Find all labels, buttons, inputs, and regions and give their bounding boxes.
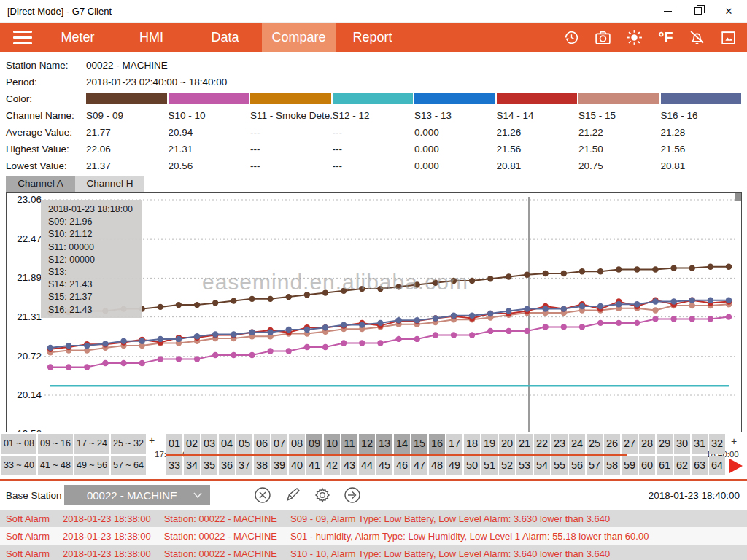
channel-group-01~08[interactable]: 01 ~ 08 <box>1 434 36 454</box>
channel-cell-41[interactable]: 41 <box>306 456 322 475</box>
channel-group-33~40[interactable]: 33 ~ 40 <box>1 456 36 475</box>
edit-icon[interactable] <box>282 485 303 505</box>
channel-cell-62[interactable]: 62 <box>674 456 690 475</box>
maximize-button[interactable] <box>693 6 703 16</box>
export-icon[interactable] <box>342 485 363 505</box>
channel-cell-06[interactable]: 06 <box>254 434 270 454</box>
base-station-select[interactable]: 00022 - MACHINE <box>64 485 210 505</box>
close-button[interactable]: ✕ <box>724 6 734 16</box>
channel-cell-42[interactable]: 42 <box>324 456 340 475</box>
channel-cell-18[interactable]: 18 <box>464 434 480 454</box>
channel-group-57~64[interactable]: 57 ~ 64 <box>111 456 146 475</box>
scrollbar-thumb[interactable] <box>735 192 741 201</box>
channel-cell-20[interactable]: 20 <box>499 434 515 454</box>
channel-cell-58[interactable]: 58 <box>604 456 620 475</box>
channel-cell-39[interactable]: 39 <box>271 456 287 475</box>
alarm-row[interactable]: Soft Alarm2018-01-23 18:38:00Station: 00… <box>0 527 747 545</box>
channel-cell-54[interactable]: 54 <box>534 456 550 475</box>
temperature-unit-toggle[interactable]: °F <box>656 28 676 47</box>
channel-group-17~24[interactable]: 17 ~ 24 <box>74 434 109 454</box>
channel-group-49~56[interactable]: 49 ~ 56 <box>74 456 109 475</box>
tab-channel-h[interactable]: Channel H <box>75 176 144 192</box>
channel-cell-14[interactable]: 14 <box>394 434 410 454</box>
channel-cell-17[interactable]: 17 <box>446 434 462 454</box>
nav-tab-data[interactable]: Data <box>188 23 262 52</box>
channel-cell-35[interactable]: 35 <box>201 456 217 475</box>
channel-group-41~48[interactable]: 41 ~ 48 <box>38 456 73 475</box>
channel-cell-01[interactable]: 01 <box>166 434 182 454</box>
channel-group-25~32[interactable]: 25 ~ 32 <box>111 434 146 454</box>
channel-cell-47[interactable]: 47 <box>411 456 427 475</box>
channel-cell-15[interactable]: 15 <box>411 434 427 454</box>
channel-cell-03[interactable]: 03 <box>201 434 217 454</box>
menu-icon[interactable] <box>0 31 41 44</box>
channel-cell-38[interactable]: 38 <box>254 456 270 475</box>
channel-cell-07[interactable]: 07 <box>271 434 287 454</box>
channel-cell-34[interactable]: 34 <box>184 456 200 475</box>
channel-cell-45[interactable]: 45 <box>376 456 392 475</box>
minimize-button[interactable] <box>662 6 673 16</box>
brightness-icon[interactable] <box>624 28 644 47</box>
channel-cell-32[interactable]: 32 <box>709 434 725 454</box>
channel-cell-63[interactable]: 63 <box>692 456 708 475</box>
channel-cell-16[interactable]: 16 <box>429 434 445 454</box>
channel-cell-05[interactable]: 05 <box>236 434 252 454</box>
channel-cell-04[interactable]: 04 <box>219 434 235 454</box>
channel-cell-60[interactable]: 60 <box>639 456 655 475</box>
channel-cell-27[interactable]: 27 <box>622 434 638 454</box>
cancel-icon[interactable] <box>252 485 273 505</box>
zoom-plus-left[interactable]: + <box>147 434 156 454</box>
channel-cell-51[interactable]: 51 <box>481 456 498 475</box>
channel-cell-29[interactable]: 29 <box>657 434 673 454</box>
channel-cell-19[interactable]: 19 <box>481 434 498 454</box>
channel-cell-52[interactable]: 52 <box>499 456 515 475</box>
alarm-row[interactable]: Soft Alarm2018-01-23 18:38:00Station: 00… <box>0 545 747 560</box>
channel-cell-40[interactable]: 40 <box>289 456 305 475</box>
channel-cell-26[interactable]: 26 <box>604 434 620 454</box>
channel-group-09~16[interactable]: 09 ~ 16 <box>38 434 73 454</box>
channel-cell-28[interactable]: 28 <box>639 434 655 454</box>
alarm-row[interactable]: Soft Alarm2018-01-23 18:38:00Station: 00… <box>0 510 747 527</box>
nav-tab-meter[interactable]: Meter <box>41 23 115 52</box>
channel-cell-64[interactable]: 64 <box>709 456 725 475</box>
channel-cell-61[interactable]: 61 <box>657 456 673 475</box>
channel-cell-21[interactable]: 21 <box>516 434 533 454</box>
channel-cell-12[interactable]: 12 <box>359 434 375 454</box>
channel-cell-09[interactable]: 09 <box>306 434 322 454</box>
channel-cell-30[interactable]: 30 <box>674 434 690 454</box>
camera-icon[interactable] <box>593 28 613 47</box>
channel-cell-53[interactable]: 53 <box>516 456 533 475</box>
settings-icon[interactable] <box>312 485 333 505</box>
channel-cell-59[interactable]: 59 <box>622 456 638 475</box>
channel-cell-55[interactable]: 55 <box>551 456 568 475</box>
channel-cell-24[interactable]: 24 <box>569 434 585 454</box>
nav-tab-hmi[interactable]: HMI <box>115 23 188 52</box>
channel-cell-13[interactable]: 13 <box>376 434 392 454</box>
alarm-mute-icon[interactable] <box>687 28 707 47</box>
channel-cell-46[interactable]: 46 <box>394 456 410 475</box>
channel-cell-31[interactable]: 31 <box>692 434 708 454</box>
channel-cell-25[interactable]: 25 <box>587 434 603 454</box>
channel-cell-57[interactable]: 57 <box>587 456 603 475</box>
channel-cell-08[interactable]: 08 <box>289 434 305 454</box>
channel-cell-02[interactable]: 02 <box>184 434 200 454</box>
channel-cell-44[interactable]: 44 <box>359 456 375 475</box>
channel-cell-36[interactable]: 36 <box>219 456 235 475</box>
channel-cell-49[interactable]: 49 <box>446 456 462 475</box>
channel-cell-56[interactable]: 56 <box>569 456 585 475</box>
scroll-right-arrow[interactable] <box>729 459 743 473</box>
snapshot-box-icon[interactable] <box>719 28 738 47</box>
channel-cell-37[interactable]: 37 <box>236 456 252 475</box>
channel-cell-10[interactable]: 10 <box>324 434 340 454</box>
channel-cell-43[interactable]: 43 <box>341 456 357 475</box>
channel-cell-50[interactable]: 50 <box>464 456 480 475</box>
tab-channel-a[interactable]: Channel A <box>6 176 75 192</box>
channel-cell-22[interactable]: 22 <box>534 434 550 454</box>
nav-tab-compare[interactable]: Compare <box>262 23 336 52</box>
trend-chart[interactable]: easemind.en.alibaba.com 23.0622.4721.892… <box>6 192 742 432</box>
channel-cell-33[interactable]: 33 <box>166 456 182 475</box>
channel-cell-11[interactable]: 11 <box>341 434 357 454</box>
nav-tab-report[interactable]: Report <box>336 23 409 52</box>
channel-cell-48[interactable]: 48 <box>429 456 445 475</box>
sync-history-icon[interactable] <box>562 28 581 47</box>
